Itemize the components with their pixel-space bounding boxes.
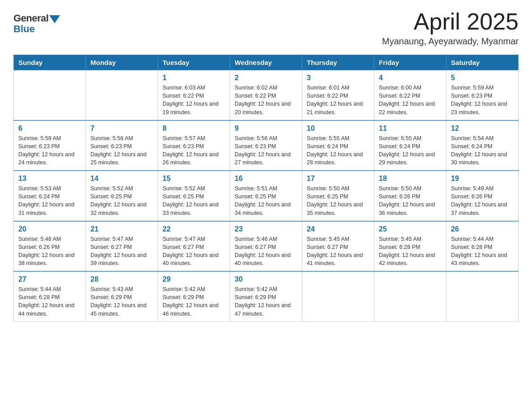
day-info: Sunrise: 5:59 AMSunset: 6:23 PMDaylight:…: [451, 84, 514, 116]
day-number: 11: [379, 124, 442, 133]
calendar-table: SundayMondayTuesdayWednesdayThursdayFrid…: [13, 55, 519, 322]
calendar-week-row: 13Sunrise: 5:53 AMSunset: 6:24 PMDayligh…: [14, 171, 519, 221]
day-number: 25: [379, 225, 442, 233]
day-number: 19: [451, 175, 514, 183]
page-header: General Blue April 2025 Myanaung, Ayeyar…: [13, 9, 519, 47]
day-number: 5: [451, 74, 514, 82]
calendar-header-row: SundayMondayTuesdayWednesdayThursdayFrid…: [14, 55, 519, 70]
calendar-week-row: 27Sunrise: 5:44 AMSunset: 6:28 PMDayligh…: [14, 271, 519, 321]
title-block: April 2025 Myanaung, Ayeyarwady, Myanmar: [382, 9, 519, 47]
calendar-cell: 30Sunrise: 5:42 AMSunset: 6:29 PMDayligh…: [230, 271, 302, 321]
calendar-cell: 9Sunrise: 5:56 AMSunset: 6:23 PMDaylight…: [230, 120, 302, 171]
day-info: Sunrise: 5:47 AMSunset: 6:27 PMDaylight:…: [90, 235, 153, 268]
calendar-cell: 17Sunrise: 5:50 AMSunset: 6:25 PMDayligh…: [302, 171, 374, 221]
calendar-cell: 21Sunrise: 5:47 AMSunset: 6:27 PMDayligh…: [86, 221, 158, 272]
calendar-cell: 7Sunrise: 5:58 AMSunset: 6:23 PMDaylight…: [86, 120, 158, 171]
calendar-cell: 13Sunrise: 5:53 AMSunset: 6:24 PMDayligh…: [14, 171, 86, 221]
calendar-cell: 28Sunrise: 5:43 AMSunset: 6:29 PMDayligh…: [86, 271, 158, 321]
calendar-cell: 15Sunrise: 5:52 AMSunset: 6:25 PMDayligh…: [158, 171, 230, 221]
day-info: Sunrise: 5:44 AMSunset: 6:28 PMDaylight:…: [451, 235, 514, 268]
day-number: 26: [451, 225, 514, 233]
day-info: Sunrise: 5:59 AMSunset: 6:23 PMDaylight:…: [18, 134, 81, 167]
day-number: 22: [163, 225, 225, 233]
day-info: Sunrise: 6:03 AMSunset: 6:22 PMDaylight:…: [163, 84, 225, 116]
month-year-title: April 2025: [382, 9, 519, 34]
calendar-cell: 16Sunrise: 5:51 AMSunset: 6:25 PMDayligh…: [230, 171, 302, 221]
day-number: 9: [235, 124, 297, 133]
logo-general-text: General: [13, 13, 48, 24]
day-number: 30: [235, 275, 297, 283]
calendar-week-row: 1Sunrise: 6:03 AMSunset: 6:22 PMDaylight…: [14, 70, 519, 120]
day-info: Sunrise: 6:02 AMSunset: 6:22 PMDaylight:…: [235, 84, 297, 116]
day-info: Sunrise: 5:42 AMSunset: 6:29 PMDaylight:…: [163, 285, 225, 318]
day-info: Sunrise: 6:00 AMSunset: 6:22 PMDaylight:…: [379, 84, 442, 116]
day-info: Sunrise: 5:58 AMSunset: 6:23 PMDaylight:…: [90, 134, 153, 167]
day-number: 16: [235, 175, 297, 183]
day-info: Sunrise: 5:52 AMSunset: 6:25 PMDaylight:…: [90, 184, 153, 217]
day-info: Sunrise: 5:42 AMSunset: 6:29 PMDaylight:…: [235, 285, 297, 318]
day-number: 2: [235, 74, 297, 82]
day-info: Sunrise: 5:53 AMSunset: 6:24 PMDaylight:…: [18, 184, 81, 217]
weekday-header-saturday: Saturday: [446, 55, 519, 70]
day-number: 1: [163, 74, 225, 82]
weekday-header-thursday: Thursday: [302, 55, 374, 70]
calendar-cell: 12Sunrise: 5:54 AMSunset: 6:24 PMDayligh…: [446, 120, 519, 171]
calendar-cell: 29Sunrise: 5:42 AMSunset: 6:29 PMDayligh…: [158, 271, 230, 321]
day-info: Sunrise: 5:55 AMSunset: 6:24 PMDaylight:…: [379, 134, 442, 167]
calendar-cell: 23Sunrise: 5:46 AMSunset: 6:27 PMDayligh…: [230, 221, 302, 272]
day-info: Sunrise: 5:45 AMSunset: 6:28 PMDaylight:…: [379, 235, 442, 268]
calendar-cell: 10Sunrise: 5:55 AMSunset: 6:24 PMDayligh…: [302, 120, 374, 171]
calendar-cell: 1Sunrise: 6:03 AMSunset: 6:22 PMDaylight…: [158, 70, 230, 120]
day-number: 10: [307, 124, 369, 133]
day-number: 24: [307, 225, 369, 233]
day-number: 3: [307, 74, 369, 82]
day-info: Sunrise: 5:47 AMSunset: 6:27 PMDaylight:…: [163, 235, 225, 268]
day-number: 4: [379, 74, 442, 82]
location-subtitle: Myanaung, Ayeyarwady, Myanmar: [382, 36, 519, 47]
day-info: Sunrise: 6:01 AMSunset: 6:22 PMDaylight:…: [307, 84, 369, 116]
day-info: Sunrise: 5:56 AMSunset: 6:23 PMDaylight:…: [235, 134, 297, 167]
calendar-cell: 5Sunrise: 5:59 AMSunset: 6:23 PMDaylight…: [446, 70, 519, 120]
calendar-cell: 4Sunrise: 6:00 AMSunset: 6:22 PMDaylight…: [374, 70, 446, 120]
weekday-header-wednesday: Wednesday: [230, 55, 302, 70]
day-info: Sunrise: 5:49 AMSunset: 6:26 PMDaylight:…: [451, 184, 514, 217]
day-number: 14: [90, 175, 153, 183]
day-number: 21: [90, 225, 153, 233]
day-number: 28: [90, 275, 153, 283]
day-info: Sunrise: 5:50 AMSunset: 6:25 PMDaylight:…: [307, 184, 369, 217]
calendar-cell: 18Sunrise: 5:50 AMSunset: 6:26 PMDayligh…: [374, 171, 446, 221]
weekday-header-tuesday: Tuesday: [158, 55, 230, 70]
day-info: Sunrise: 5:50 AMSunset: 6:26 PMDaylight:…: [379, 184, 442, 217]
day-info: Sunrise: 5:57 AMSunset: 6:23 PMDaylight:…: [163, 134, 225, 167]
weekday-header-monday: Monday: [86, 55, 158, 70]
day-info: Sunrise: 5:54 AMSunset: 6:24 PMDaylight:…: [451, 134, 514, 167]
calendar-cell: 3Sunrise: 6:01 AMSunset: 6:22 PMDaylight…: [302, 70, 374, 120]
calendar-cell: 27Sunrise: 5:44 AMSunset: 6:28 PMDayligh…: [14, 271, 86, 321]
logo: General Blue: [13, 13, 60, 35]
calendar-cell: 24Sunrise: 5:45 AMSunset: 6:27 PMDayligh…: [302, 221, 374, 272]
logo-blue-text: Blue: [13, 23, 35, 35]
logo-triangle-icon: [49, 15, 60, 23]
calendar-cell: 19Sunrise: 5:49 AMSunset: 6:26 PMDayligh…: [446, 171, 519, 221]
day-info: Sunrise: 5:55 AMSunset: 6:24 PMDaylight:…: [307, 134, 369, 167]
calendar-cell: 6Sunrise: 5:59 AMSunset: 6:23 PMDaylight…: [14, 120, 86, 171]
day-number: 18: [379, 175, 442, 183]
calendar-cell: 11Sunrise: 5:55 AMSunset: 6:24 PMDayligh…: [374, 120, 446, 171]
weekday-header-sunday: Sunday: [14, 55, 86, 70]
day-info: Sunrise: 5:48 AMSunset: 6:26 PMDaylight:…: [18, 235, 81, 268]
calendar-cell: 2Sunrise: 6:02 AMSunset: 6:22 PMDaylight…: [230, 70, 302, 120]
calendar-cell: [14, 70, 86, 120]
calendar-cell: 14Sunrise: 5:52 AMSunset: 6:25 PMDayligh…: [86, 171, 158, 221]
day-info: Sunrise: 5:52 AMSunset: 6:25 PMDaylight:…: [163, 184, 225, 217]
calendar-cell: [374, 271, 446, 321]
calendar-cell: 8Sunrise: 5:57 AMSunset: 6:23 PMDaylight…: [158, 120, 230, 171]
day-number: 27: [18, 275, 81, 283]
day-number: 17: [307, 175, 369, 183]
day-number: 13: [18, 175, 81, 183]
weekday-header-friday: Friday: [374, 55, 446, 70]
day-number: 7: [90, 124, 153, 133]
calendar-cell: 25Sunrise: 5:45 AMSunset: 6:28 PMDayligh…: [374, 221, 446, 272]
calendar-cell: [446, 271, 519, 321]
day-number: 8: [163, 124, 225, 133]
calendar-cell: 26Sunrise: 5:44 AMSunset: 6:28 PMDayligh…: [446, 221, 519, 272]
